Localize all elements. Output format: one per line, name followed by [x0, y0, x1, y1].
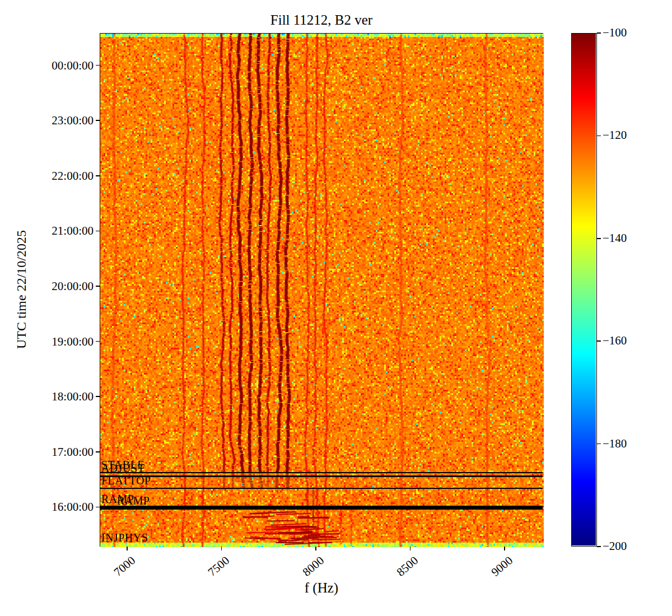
x-tick-mark: [410, 547, 411, 550]
y-tick-label: 16:00:00: [0, 501, 94, 513]
y-tick-mark: [96, 120, 100, 121]
colorbar-canvas: [572, 34, 596, 545]
x-tick-mark: [504, 547, 505, 550]
y-tick-label: 20:00:00: [0, 280, 94, 292]
y-tick-mark: [96, 451, 100, 452]
colorbar-tick-label: −200: [603, 540, 627, 552]
x-tick-label: 9000: [489, 554, 515, 578]
colorbar: [571, 33, 597, 547]
y-tick-label: 22:00:00: [0, 170, 94, 182]
colorbar-tick-mark: [597, 340, 601, 342]
y-tick-label: 18:00:00: [0, 390, 94, 403]
colorbar-tick-mark: [597, 546, 601, 547]
beam-mode-label-adjust: ADJUST: [101, 463, 144, 474]
y-tick-mark: [96, 396, 100, 397]
beam-mode-line-flattop: [100, 488, 543, 489]
y-tick-mark: [96, 65, 100, 66]
y-tick-label: 19:00:00: [0, 335, 94, 348]
colorbar-tick-mark: [597, 238, 601, 239]
beam-mode-line-ramp: [100, 507, 543, 509]
x-tick-label: 8000: [301, 554, 326, 578]
chart-title: Fill 11212, B2 ver: [100, 12, 543, 28]
colorbar-tick-label: −140: [603, 232, 627, 244]
x-tick-mark: [221, 547, 222, 550]
colorbar-tick-label: −120: [603, 129, 627, 141]
x-axis-label: f (Hz): [100, 580, 543, 596]
x-tick-mark: [315, 547, 316, 550]
figure: Fill 11212, B2 ver UTC time 22/10/2025 S…: [0, 0, 672, 616]
beam-mode-line-stable: [100, 472, 543, 473]
y-tick-mark: [96, 341, 100, 342]
colorbar-tick-label: −180: [603, 437, 627, 450]
y-tick-label: 21:00:00: [0, 225, 94, 237]
colorbar-tick-mark: [597, 444, 601, 445]
y-tick-mark: [96, 507, 100, 508]
y-tick-mark: [96, 286, 100, 287]
beam-mode-label-injphys: INJPHYS: [101, 532, 148, 543]
y-tick-mark: [96, 231, 100, 232]
y-tick-label: 17:00:00: [0, 446, 94, 458]
y-tick-mark: [96, 175, 100, 176]
y-tick-label: 23:00:00: [0, 114, 94, 127]
x-tick-label: 7000: [112, 554, 138, 578]
beam-mode-label-ramp: RAMP: [117, 495, 150, 506]
plot-area: STABLEADJUSTFLATTOPRAMPRAMPINJPHYS: [100, 33, 543, 547]
beam-mode-annotations: STABLEADJUSTFLATTOPRAMPRAMPINJPHYS: [100, 34, 543, 546]
x-tick-label: 8500: [395, 554, 421, 578]
colorbar-tick-label: −100: [603, 26, 627, 39]
colorbar-tick-mark: [597, 32, 601, 34]
beam-mode-label-flattop: FLATTOP: [101, 475, 151, 486]
y-tick-label: 00:00:00: [0, 59, 94, 72]
colorbar-tick-label: −160: [603, 334, 627, 347]
colorbar-tick-mark: [597, 136, 601, 137]
x-tick-label: 7500: [206, 554, 232, 578]
beam-mode-line-adjust: [100, 475, 543, 477]
x-tick-mark: [127, 547, 128, 550]
